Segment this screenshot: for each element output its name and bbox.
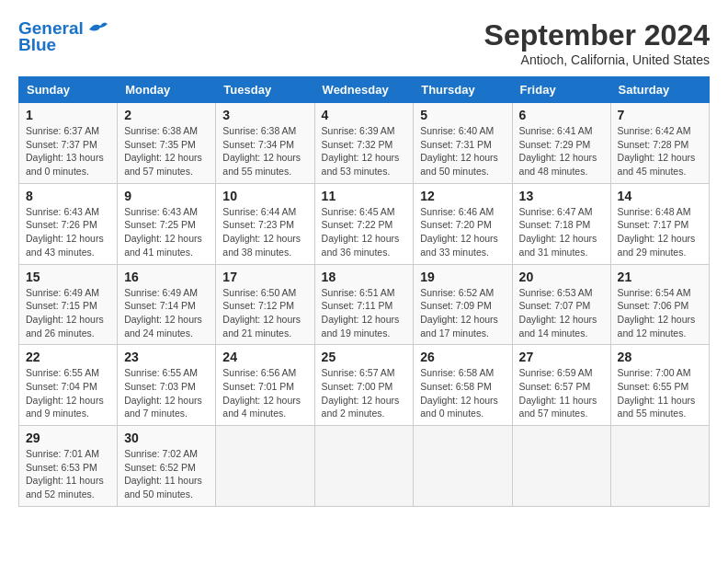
calendar-day-cell: 30Sunrise: 7:02 AMSunset: 6:52 PMDayligh… — [118, 426, 216, 507]
day-number: 20 — [519, 270, 604, 284]
calendar-day-cell: 25Sunrise: 6:57 AMSunset: 7:00 PMDayligh… — [314, 345, 414, 426]
day-info: Sunrise: 6:52 AMSunset: 7:09 PMDaylight:… — [420, 286, 505, 340]
day-info: Sunrise: 7:02 AMSunset: 6:52 PMDaylight:… — [124, 447, 209, 501]
day-of-week-header: Friday — [512, 77, 610, 103]
day-number: 22 — [26, 350, 110, 364]
day-of-week-header: Sunday — [19, 77, 118, 103]
calendar-day-cell: 23Sunrise: 6:55 AMSunset: 7:03 PMDayligh… — [118, 345, 216, 426]
day-info: Sunrise: 6:53 AMSunset: 7:07 PMDaylight:… — [519, 286, 604, 340]
day-of-week-header: Thursday — [414, 77, 512, 103]
location: Antioch, California, United States — [484, 52, 710, 67]
day-number: 29 — [26, 431, 110, 445]
day-of-week-header: Tuesday — [216, 77, 314, 103]
day-info: Sunrise: 6:46 AMSunset: 7:20 PMDaylight:… — [420, 205, 505, 259]
day-info: Sunrise: 6:47 AMSunset: 7:18 PMDaylight:… — [519, 205, 604, 259]
day-number: 16 — [124, 270, 209, 284]
day-number: 23 — [124, 350, 209, 364]
day-number: 11 — [322, 189, 407, 203]
calendar-day-cell: 24Sunrise: 6:56 AMSunset: 7:01 PMDayligh… — [216, 345, 314, 426]
calendar-day-cell: 13Sunrise: 6:47 AMSunset: 7:18 PMDayligh… — [512, 183, 610, 264]
page-header: General Blue September 2024 Antioch, Cal… — [18, 18, 710, 67]
day-info: Sunrise: 7:00 AMSunset: 6:55 PMDaylight:… — [618, 366, 702, 420]
day-info: Sunrise: 6:41 AMSunset: 7:29 PMDaylight:… — [519, 124, 604, 178]
calendar-day-cell: 7Sunrise: 6:42 AMSunset: 7:28 PMDaylight… — [610, 103, 709, 184]
calendar-day-cell: 14Sunrise: 6:48 AMSunset: 7:17 PMDayligh… — [610, 183, 709, 264]
calendar-week-row: 22Sunrise: 6:55 AMSunset: 7:04 PMDayligh… — [19, 345, 710, 426]
calendar-day-cell: 9Sunrise: 6:43 AMSunset: 7:25 PMDaylight… — [118, 183, 216, 264]
day-info: Sunrise: 6:39 AMSunset: 7:32 PMDaylight:… — [322, 124, 407, 178]
day-info: Sunrise: 6:48 AMSunset: 7:17 PMDaylight:… — [618, 205, 702, 259]
calendar-week-row: 8Sunrise: 6:43 AMSunset: 7:26 PMDaylight… — [19, 183, 710, 264]
calendar-day-cell: 4Sunrise: 6:39 AMSunset: 7:32 PMDaylight… — [314, 103, 414, 184]
day-info: Sunrise: 6:49 AMSunset: 7:14 PMDaylight:… — [124, 286, 209, 340]
day-number: 26 — [420, 350, 505, 364]
calendar-day-cell: 22Sunrise: 6:55 AMSunset: 7:04 PMDayligh… — [19, 345, 118, 426]
day-number: 28 — [618, 350, 702, 364]
calendar-day-cell: 26Sunrise: 6:58 AMSunset: 6:58 PMDayligh… — [414, 345, 512, 426]
day-number: 1 — [26, 108, 110, 122]
logo-blue: Blue — [18, 35, 56, 55]
day-info: Sunrise: 6:59 AMSunset: 6:57 PMDaylight:… — [519, 366, 604, 420]
logo: General Blue — [18, 18, 109, 55]
month-title: September 2024 — [484, 18, 710, 52]
day-number: 7 — [618, 108, 702, 122]
day-number: 6 — [519, 108, 604, 122]
calendar-day-cell: 1Sunrise: 6:37 AMSunset: 7:37 PMDaylight… — [19, 103, 118, 184]
day-of-week-header: Saturday — [610, 77, 709, 103]
day-info: Sunrise: 6:37 AMSunset: 7:37 PMDaylight:… — [26, 124, 110, 178]
day-number: 4 — [322, 108, 407, 122]
day-number: 10 — [222, 189, 307, 203]
calendar-day-cell: 20Sunrise: 6:53 AMSunset: 7:07 PMDayligh… — [512, 264, 610, 345]
empty-day-cell — [414, 426, 512, 507]
day-number: 18 — [322, 270, 407, 284]
calendar-day-cell: 17Sunrise: 6:50 AMSunset: 7:12 PMDayligh… — [216, 264, 314, 345]
calendar-day-cell: 16Sunrise: 6:49 AMSunset: 7:14 PMDayligh… — [118, 264, 216, 345]
day-info: Sunrise: 6:38 AMSunset: 7:35 PMDaylight:… — [124, 124, 209, 178]
day-number: 2 — [124, 108, 209, 122]
day-number: 19 — [420, 270, 505, 284]
calendar-day-cell: 10Sunrise: 6:44 AMSunset: 7:23 PMDayligh… — [216, 183, 314, 264]
day-info: Sunrise: 6:45 AMSunset: 7:22 PMDaylight:… — [322, 205, 407, 259]
calendar-week-row: 15Sunrise: 6:49 AMSunset: 7:15 PMDayligh… — [19, 264, 710, 345]
day-number: 13 — [519, 189, 604, 203]
day-number: 9 — [124, 189, 209, 203]
calendar-body: 1Sunrise: 6:37 AMSunset: 7:37 PMDaylight… — [19, 103, 710, 507]
day-number: 24 — [222, 350, 307, 364]
day-number: 3 — [222, 108, 307, 122]
day-number: 12 — [420, 189, 505, 203]
calendar-week-row: 29Sunrise: 7:01 AMSunset: 6:53 PMDayligh… — [19, 426, 710, 507]
calendar-day-cell: 28Sunrise: 7:00 AMSunset: 6:55 PMDayligh… — [610, 345, 709, 426]
calendar-day-cell: 19Sunrise: 6:52 AMSunset: 7:09 PMDayligh… — [414, 264, 512, 345]
logo-bird-icon — [87, 20, 109, 37]
day-info: Sunrise: 6:38 AMSunset: 7:34 PMDaylight:… — [222, 124, 307, 178]
calendar-day-cell: 15Sunrise: 6:49 AMSunset: 7:15 PMDayligh… — [19, 264, 118, 345]
day-number: 5 — [420, 108, 505, 122]
calendar-header-row: SundayMondayTuesdayWednesdayThursdayFrid… — [19, 77, 710, 103]
day-info: Sunrise: 6:40 AMSunset: 7:31 PMDaylight:… — [420, 124, 505, 178]
calendar-day-cell: 2Sunrise: 6:38 AMSunset: 7:35 PMDaylight… — [118, 103, 216, 184]
day-number: 27 — [519, 350, 604, 364]
day-info: Sunrise: 6:43 AMSunset: 7:25 PMDaylight:… — [124, 205, 209, 259]
calendar-day-cell: 21Sunrise: 6:54 AMSunset: 7:06 PMDayligh… — [610, 264, 709, 345]
calendar-day-cell: 27Sunrise: 6:59 AMSunset: 6:57 PMDayligh… — [512, 345, 610, 426]
day-number: 30 — [124, 431, 209, 445]
calendar-week-row: 1Sunrise: 6:37 AMSunset: 7:37 PMDaylight… — [19, 103, 710, 184]
calendar-table: SundayMondayTuesdayWednesdayThursdayFrid… — [18, 76, 710, 507]
day-number: 15 — [26, 270, 110, 284]
calendar-day-cell: 18Sunrise: 6:51 AMSunset: 7:11 PMDayligh… — [314, 264, 414, 345]
day-info: Sunrise: 6:50 AMSunset: 7:12 PMDaylight:… — [222, 286, 307, 340]
day-number: 17 — [222, 270, 307, 284]
calendar-day-cell: 5Sunrise: 6:40 AMSunset: 7:31 PMDaylight… — [414, 103, 512, 184]
day-number: 14 — [618, 189, 702, 203]
day-info: Sunrise: 6:49 AMSunset: 7:15 PMDaylight:… — [26, 286, 110, 340]
empty-day-cell — [216, 426, 314, 507]
day-info: Sunrise: 6:43 AMSunset: 7:26 PMDaylight:… — [26, 205, 110, 259]
day-of-week-header: Monday — [118, 77, 216, 103]
day-info: Sunrise: 6:42 AMSunset: 7:28 PMDaylight:… — [618, 124, 702, 178]
day-of-week-header: Wednesday — [314, 77, 414, 103]
day-info: Sunrise: 6:54 AMSunset: 7:06 PMDaylight:… — [618, 286, 702, 340]
day-info: Sunrise: 7:01 AMSunset: 6:53 PMDaylight:… — [26, 447, 110, 501]
day-info: Sunrise: 6:58 AMSunset: 6:58 PMDaylight:… — [420, 366, 505, 420]
day-info: Sunrise: 6:55 AMSunset: 7:03 PMDaylight:… — [124, 366, 209, 420]
calendar-day-cell: 3Sunrise: 6:38 AMSunset: 7:34 PMDaylight… — [216, 103, 314, 184]
